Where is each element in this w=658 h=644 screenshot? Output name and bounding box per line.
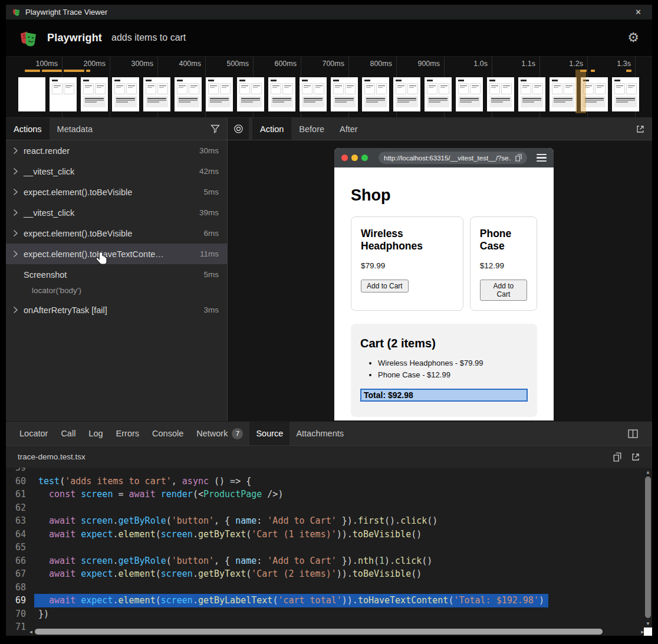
- filmstrip-thumbnail[interactable]: [50, 77, 77, 111]
- tab-source[interactable]: Source: [249, 422, 289, 445]
- code-line: 66 await screen.getByRole('button', { na…: [6, 554, 652, 568]
- tab-console[interactable]: Console: [146, 422, 190, 445]
- product-price: $79.99: [361, 261, 453, 270]
- filmstrip-thumbnail[interactable]: [331, 77, 358, 111]
- action-row[interactable]: __vitest_click42ms: [6, 161, 227, 182]
- tab-label: Call: [61, 429, 75, 438]
- horizontal-scroll-thumb[interactable]: [35, 629, 603, 635]
- filmstrip-thumbnail[interactable]: [112, 77, 139, 111]
- copy-source-icon[interactable]: [613, 452, 621, 462]
- tab-errors[interactable]: Errors: [110, 422, 146, 445]
- filmstrip-thumbnail[interactable]: [518, 77, 545, 111]
- action-duration: 6ms: [199, 229, 219, 238]
- filter-icon[interactable]: [203, 118, 227, 140]
- snapshot-panel: ActionBeforeAfter http://localhost:63315…: [228, 118, 652, 421]
- chevron-right-icon[interactable]: [13, 167, 24, 175]
- line-number: 69: [6, 594, 34, 607]
- line-content: const screen = await render(<ProductPage…: [34, 488, 287, 501]
- chevron-right-icon[interactable]: [13, 188, 24, 196]
- filmstrip-thumbnail[interactable]: [300, 77, 327, 111]
- timeline-tick-label: 1.0s: [444, 60, 492, 68]
- thumbnail-mini-title: [239, 80, 245, 81]
- code-line: 67 await expect.element(screen.getByText…: [6, 567, 652, 581]
- add-to-cart-button[interactable]: Add to Cart: [480, 280, 527, 301]
- tab-log[interactable]: Log: [82, 422, 109, 445]
- line-content: test('adds items to cart', async () => {: [34, 475, 255, 488]
- timeline-action-marker: [591, 70, 595, 72]
- line-number: 67: [6, 567, 34, 581]
- filmstrip-thumbnail[interactable]: [81, 77, 108, 111]
- filmstrip-thumbnail[interactable]: [362, 77, 389, 111]
- filmstrip-thumbnail[interactable]: [393, 77, 420, 111]
- line-content: await expect.element(screen.getByLabelTe…: [34, 594, 548, 607]
- filmstrip-thumbnail[interactable]: [143, 77, 170, 111]
- snapshot-tab-bar: ActionBeforeAfter: [228, 118, 652, 140]
- filmstrip-thumbnail[interactable]: [456, 77, 483, 111]
- copy-url-icon[interactable]: [515, 154, 522, 162]
- open-source-external-icon[interactable]: [631, 452, 640, 462]
- timeline-strip[interactable]: 100ms200ms300ms400ms500ms600ms700ms800ms…: [6, 56, 652, 117]
- browser-chrome: http://localhost:63315/__vitest_test__/?…: [334, 148, 554, 167]
- action-row[interactable]: Screenshot5ms: [6, 264, 227, 285]
- tab-label: Before: [299, 124, 324, 134]
- tab-before[interactable]: Before: [291, 118, 332, 140]
- filmstrip-thumbnail[interactable]: [18, 77, 45, 111]
- chevron-right-icon[interactable]: [13, 147, 24, 155]
- close-icon[interactable]: ✕: [630, 8, 646, 17]
- screen: { "titlebar": {"title": "Playwright Trac…: [0, 0, 658, 644]
- add-to-cart-button[interactable]: Add to Cart: [361, 280, 409, 293]
- action-row[interactable]: onAfterRetryTask [fail]3ms: [6, 300, 227, 320]
- filmstrip-thumbnail[interactable]: [550, 77, 577, 111]
- horizontal-scrollbar[interactable]: ◀ ▶: [29, 627, 644, 636]
- chevron-right-icon[interactable]: [13, 250, 24, 258]
- tab-after[interactable]: After: [332, 118, 366, 140]
- tab-actions[interactable]: Actions: [6, 118, 50, 140]
- action-row[interactable]: expect.element().toHaveTextConte…11ms: [6, 244, 227, 264]
- traffic-light-green: [361, 155, 368, 161]
- filmstrip-thumbnail[interactable]: [612, 77, 639, 111]
- code-line: 68: [6, 581, 652, 594]
- action-row[interactable]: expect.element().toBeVisible5ms: [6, 182, 227, 202]
- open-snapshot-external-icon[interactable]: [629, 118, 652, 140]
- action-label: expect.element().toHaveTextConte…: [24, 249, 164, 259]
- tab-label: Attachments: [296, 429, 344, 438]
- app-header: Playwright adds items to cart ⚙: [6, 19, 652, 56]
- chevron-right-icon[interactable]: [13, 209, 24, 216]
- filmstrip-thumbnail[interactable]: [175, 77, 202, 111]
- filmstrip-thumbnail[interactable]: [206, 77, 233, 111]
- chevron-right-icon[interactable]: [13, 229, 24, 237]
- code-line: 64 await expect.element(screen.getByText…: [6, 528, 652, 541]
- window-title: Playwright Trace Viewer: [25, 8, 107, 17]
- filmstrip-thumbnail[interactable]: [237, 77, 264, 111]
- settings-gear-icon[interactable]: ⚙: [627, 31, 639, 44]
- filmstrip-thumbnail[interactable]: [268, 77, 295, 111]
- line-number: 64: [6, 528, 34, 541]
- tab-attachments[interactable]: Attachments: [289, 422, 350, 445]
- chevron-right-icon[interactable]: [13, 306, 24, 314]
- tab-network[interactable]: Network7: [190, 422, 249, 445]
- action-row[interactable]: __vitest_click39ms: [6, 202, 227, 223]
- vertical-scrollbar[interactable]: ▲ ▼: [644, 468, 652, 627]
- action-list: react.render30ms__vitest_click42msexpect…: [6, 140, 227, 421]
- action-row[interactable]: expect.element().toBeVisible6ms: [6, 223, 227, 244]
- timeline-tick-label: 1.3s: [587, 60, 635, 68]
- tab-label: Console: [152, 429, 183, 438]
- tab-locator[interactable]: Locator: [13, 422, 54, 445]
- timeline-filmstrip: [18, 77, 639, 111]
- action-row[interactable]: react.render30ms: [6, 140, 227, 161]
- line-number: 65: [6, 541, 34, 554]
- split-view-icon[interactable]: [621, 422, 645, 445]
- tab-call[interactable]: Call: [54, 422, 82, 445]
- filmstrip-thumbnail[interactable]: [425, 77, 452, 111]
- vertical-scroll-thumb[interactable]: [645, 477, 651, 618]
- url-text: http://localhost:63315/__vitest_test__/?…: [384, 155, 511, 162]
- pick-locator-button[interactable]: [228, 118, 249, 140]
- line-content: [34, 581, 42, 594]
- address-bar[interactable]: http://localhost:63315/__vitest_test__/?…: [379, 152, 527, 164]
- tab-action[interactable]: Action: [252, 118, 291, 140]
- line-number: 61: [6, 488, 34, 501]
- filmstrip-thumbnail[interactable]: [487, 77, 514, 111]
- tab-metadata[interactable]: Metadata: [50, 118, 100, 140]
- tab-label: After: [340, 124, 358, 134]
- browser-menu-icon[interactable]: [537, 154, 547, 162]
